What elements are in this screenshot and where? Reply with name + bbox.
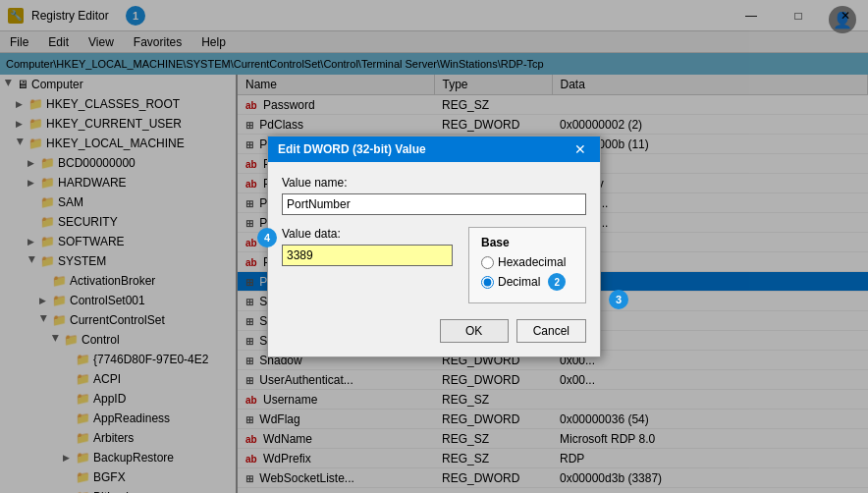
modal-title-bar: Edit DWORD (32-bit) Value ✕ [268,137,600,162]
edit-dword-modal: Edit DWORD (32-bit) Value ✕ Value name: … [267,136,601,357]
dec-radio[interactable] [481,276,494,289]
modal-close-button[interactable]: ✕ [570,142,590,156]
badge-4-container: 4 [257,228,277,247]
value-data-label: Value data: [282,227,453,241]
value-name-input[interactable] [282,193,586,215]
modal-overlay: Edit DWORD (32-bit) Value ✕ Value name: … [0,0,868,493]
dec-radio-row[interactable]: Decimal 2 [481,273,573,291]
dec-label: Decimal [498,275,540,289]
modal-title: Edit DWORD (32-bit) Value [278,142,426,156]
badge-2: 2 [548,273,566,291]
hex-label: Hexadecimal [498,255,566,269]
base-label: Base [481,236,573,249]
base-group: Base Hexadecimal Decimal 2 [468,227,586,303]
badge-4: 4 [257,228,277,247]
hex-radio-row[interactable]: Hexadecimal [481,255,573,269]
hex-radio[interactable] [481,256,494,269]
value-data-input[interactable] [282,245,453,266]
badge-3-container: 3 [609,290,628,309]
ok-button[interactable]: OK [440,319,509,343]
value-name-label: Value name: [282,176,586,190]
badge-3: 3 [609,290,628,309]
cancel-button[interactable]: Cancel [516,319,586,343]
